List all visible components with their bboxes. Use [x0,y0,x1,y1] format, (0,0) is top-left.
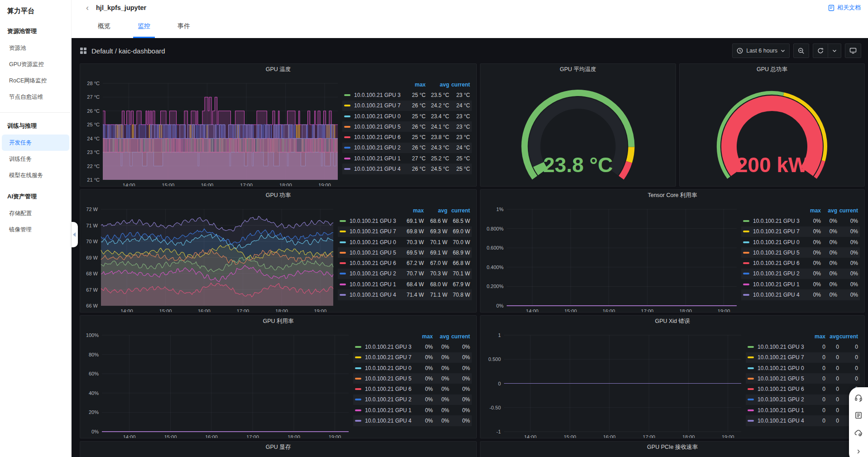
time-range-picker[interactable]: Last 6 hours [732,43,790,58]
legend-col-max[interactable]: max [812,333,825,340]
timeseries-plot[interactable]: 28 °C27 °C26 °C25 °C24 °C23 °C22 °C21 °C… [83,79,342,187]
legend-row[interactable]: 10.0.100.21 GPU 4000 [746,415,860,426]
panel-title[interactable]: GPU 温度 [80,64,476,75]
legend-row[interactable]: 10.0.100.21 GPU 226 °C24.3 °C24 °C [342,143,472,153]
legend-row[interactable]: 10.0.100.21 GPU 30%0%0% [741,216,860,226]
legend-row[interactable]: 10.0.100.21 GPU 426 °C24.5 °C25 °C [342,164,472,174]
legend-row[interactable]: 10.0.100.21 GPU 60%0%0% [353,384,472,394]
legend-row[interactable]: 10.0.100.21 GPU 025 °C23.4 °C23 °C [342,111,472,121]
legend-row[interactable]: 10.0.100.21 GPU 6000 [746,384,860,394]
legend-col-current[interactable]: current [447,207,470,214]
series-value: 0 [825,354,839,361]
legend-row[interactable]: 10.0.100.21 GPU 3000 [746,342,860,352]
legend-row[interactable]: 10.0.100.21 GPU 70%0%0% [741,226,860,237]
legend-col-avg[interactable]: avg [424,207,447,214]
sidebar-item-roce-monitor[interactable]: RoCE网络监控 [2,72,69,89]
legend-row[interactable]: 10.0.100.21 GPU 526 °C24.1 °C23 °C [342,121,472,132]
legend-row[interactable]: 10.0.100.21 GPU 10%0%0% [741,279,860,289]
panel-title[interactable]: GPU Xid 错误 [480,316,864,327]
sidebar-collapse-handle[interactable] [72,222,78,247]
legend-row[interactable]: 10.0.100.21 GPU 40%0%0% [353,415,472,426]
legend-row[interactable]: 10.0.100.21 GPU 7000 [746,352,860,363]
legend-col-max[interactable]: max [406,82,426,88]
legend-col-current[interactable]: current [837,207,858,214]
legend-row[interactable]: 10.0.100.21 GPU 60%0%0% [741,258,860,268]
legend-row[interactable]: 10.0.100.21 GPU 10%0%0% [353,405,472,415]
legend-row[interactable]: 10.0.100.21 GPU 325 °C23.5 °C23 °C [342,90,472,100]
legend-row[interactable]: 10.0.100.21 GPU 168.4 W68.0 W67.9 W [338,279,472,289]
timeseries-plot[interactable]: 10.5000-0.50-114:0015:0016:0017:0018:001… [483,331,746,438]
tab-overview[interactable]: 概览 [93,15,115,38]
legend-row[interactable]: 10.0.100.21 GPU 569.5 W69.1 W68.9 W [338,247,472,258]
panel-title[interactable]: GPU 平均温度 [480,64,676,75]
legend-row[interactable]: 10.0.100.21 GPU 50%0%0% [353,373,472,384]
zoom-out-button[interactable] [793,43,809,58]
panel-title[interactable]: GPU 利用率 [80,316,476,327]
legend-row[interactable]: 10.0.100.21 GPU 20%0%0% [741,269,860,279]
sidebar-item-model-serving[interactable]: 模型在线服务 [2,167,69,183]
sidebar-item-gpu-monitor[interactable]: GPU资源监控 [2,56,69,72]
panel-title[interactable]: GPU PCIe 接收速率 [480,442,864,452]
legend-row[interactable]: 10.0.100.21 GPU 40%0%0% [741,289,860,300]
legend-row[interactable]: 10.0.100.21 GPU 5000 [746,373,860,384]
sidebar-item-dev-tasks[interactable]: 开发任务 [2,135,69,151]
refresh-button[interactable] [813,43,841,58]
legend-row[interactable]: 10.0.100.21 GPU 00%0%0% [741,237,860,247]
legend-col-current[interactable]: current [449,82,470,88]
panel-title[interactable]: Tensor Core 利用率 [480,190,864,201]
series-value: 27 °C [406,155,426,162]
panel-grid: GPU 温度28 °C27 °C26 °C25 °C24 °C23 °C22 °… [72,63,868,457]
dashboard-breadcrumb[interactable]: Default / kaic-dashboard [80,47,165,55]
sidebar-item-storage-config[interactable]: 存储配置 [2,205,69,221]
back-button[interactable]: ‹ [86,4,89,12]
legend-row[interactable]: 10.0.100.21 GPU 127 °C25.2 °C25 °C [342,153,472,164]
legend-row[interactable]: 10.0.100.21 GPU 667.2 W67.0 W66.8 W [338,258,472,268]
document-icon[interactable] [853,409,864,421]
cloud-download-icon[interactable] [853,427,864,439]
legend-col-max[interactable]: max [417,333,433,340]
related-docs-link[interactable]: 相关文档 [828,4,861,12]
legend-row[interactable]: 10.0.100.21 GPU 769.8 W69.3 W69.0 W [338,226,472,237]
panel-title[interactable]: GPU 功率 [80,190,476,201]
kiosk-mode-button[interactable] [845,43,861,58]
legend-row[interactable]: 10.0.100.21 GPU 070.3 W70.1 W70.0 W [338,237,472,247]
timeseries-plot[interactable]: 1%0.800%0.600%0.400%0.200%0%14:0015:0016… [483,205,741,313]
legend-row[interactable]: 10.0.100.21 GPU 726 °C24.2 °C24 °C [342,101,472,111]
sidebar-item-image-manage[interactable]: 镜像管理 [2,221,69,238]
panel-title[interactable]: GPU 显存 [80,442,476,452]
legend-col-current[interactable]: current [449,333,470,340]
legend-row[interactable]: 10.0.100.21 GPU 2000 [746,394,860,405]
legend-row[interactable]: 10.0.100.21 GPU 30%0%0% [353,342,472,352]
series-value: 69.5 W [401,250,424,256]
series-name: 10.0.100.21 GPU 3 [753,218,805,224]
legend-col-avg[interactable]: avg [433,333,449,340]
tab-events[interactable]: 事件 [173,15,195,38]
sidebar-item-node-selfheal[interactable]: 节点自愈运维 [2,89,69,105]
legend-row[interactable]: 10.0.100.21 GPU 369.1 W68.6 W68.5 W [338,216,472,226]
legend-row[interactable]: 10.0.100.21 GPU 20%0%0% [353,394,472,405]
legend-col-max[interactable]: max [805,207,821,214]
legend-row[interactable]: 10.0.100.21 GPU 471.4 W71.1 W70.8 W [338,289,472,300]
timeseries-plot[interactable]: 72 W71 W70 W69 W68 W67 W66 W14:0015:0016… [83,205,338,313]
expand-chevron-icon[interactable]: › [853,445,864,457]
legend-row[interactable]: 10.0.100.21 GPU 1000 [746,405,860,415]
sidebar-item-train-tasks[interactable]: 训练任务 [2,151,69,167]
sidebar-section-label: 训练与推理 [0,113,71,135]
legend-col-avg[interactable]: avg [426,82,449,88]
legend-col-avg[interactable]: avg [825,333,839,340]
panel-title[interactable]: GPU 总功率 [680,64,864,75]
legend-col-max[interactable]: max [401,207,424,214]
legend-row[interactable]: 10.0.100.21 GPU 00%0%0% [353,363,472,373]
headset-icon[interactable] [853,392,864,404]
legend-row[interactable]: 10.0.100.21 GPU 50%0%0% [741,247,860,258]
legend-row[interactable]: 10.0.100.21 GPU 270.7 W70.3 W70.1 W [338,269,472,279]
legend-row[interactable]: 10.0.100.21 GPU 70%0%0% [353,352,472,363]
tab-monitor[interactable]: 监控 [133,15,155,38]
legend-col-current[interactable]: current [839,333,858,340]
sidebar-item-resource-pool[interactable]: 资源池 [2,40,69,56]
legend-col-avg[interactable]: avg [821,207,837,214]
timeseries-plot[interactable]: 100%80%60%40%20%0%14:0015:0016:0017:0018… [83,331,353,438]
legend-row[interactable]: 10.0.100.21 GPU 625 °C23.8 °C23 °C [342,132,472,142]
legend-row[interactable]: 10.0.100.21 GPU 0000 [746,363,860,373]
svg-text:25 °C: 25 °C [87,122,100,127]
